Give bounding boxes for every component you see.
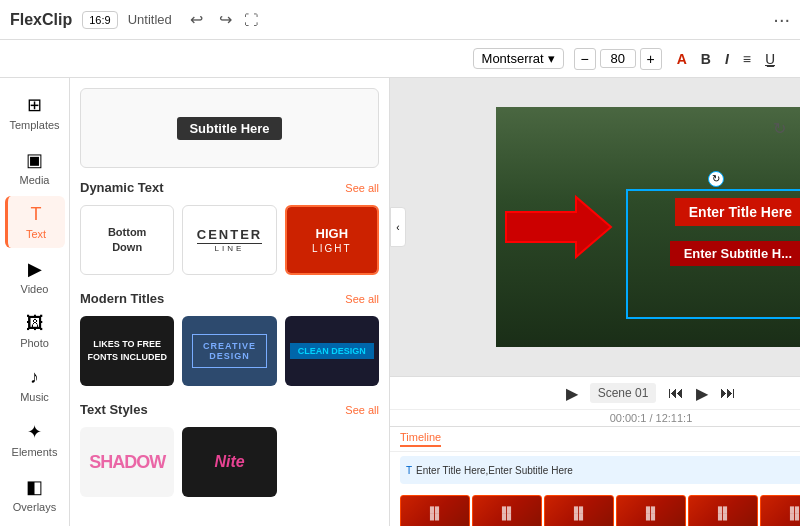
sidebar-label-photo: Photo — [20, 337, 49, 349]
video-segment-5[interactable]: ▉▉▉▉ — [688, 495, 758, 526]
video-segment-6[interactable]: ▉▉▉▉ — [760, 495, 800, 526]
highlight-card[interactable]: HIGH LIGHT — [285, 205, 379, 275]
top-bar: FlexClip 16:9 Untitled ↩ ↪ ⛶ ··· — [0, 0, 800, 40]
fullscreen-button[interactable]: ⛶ — [244, 8, 258, 31]
text-panel: Subtitle Here Dynamic Text See all Botto… — [70, 78, 390, 526]
style-card-neon[interactable]: Nite — [182, 427, 276, 497]
photo-icon: 🖼 — [26, 313, 44, 334]
sidebar-item-music[interactable]: ♪ Music — [5, 359, 65, 411]
modern-card-clean[interactable]: CLEAN DESIGN — [285, 316, 379, 386]
overlays-icon: ◧ — [26, 476, 43, 498]
sidebar-item-templates[interactable]: ⊞ Templates — [5, 86, 65, 139]
highlight-light: LIGHT — [312, 243, 351, 254]
center-sub: LINE — [197, 243, 262, 253]
bottom-down-card[interactable]: BottomDown — [80, 205, 174, 275]
elements-icon: ✦ — [27, 421, 42, 443]
modern-titles-see-all[interactable]: See all — [345, 293, 379, 305]
modern-titles-header: Modern Titles See all — [80, 291, 379, 306]
project-name: Untitled — [128, 12, 172, 27]
collapse-panel-button[interactable]: ‹ — [390, 207, 406, 247]
left-sidebar: ⊞ Templates ▣ Media T Text ▶ Video 🖼 Pho… — [0, 78, 70, 526]
canvas-subtitle-text[interactable]: Enter Subtitle H... — [670, 241, 800, 266]
text-styles-see-all[interactable]: See all — [345, 404, 379, 416]
video-segment-2[interactable]: ▉▉▉▉ — [472, 495, 542, 526]
canvas-container: ‹ ↻ ↻ Enter Title Here Enter Subtitle — [390, 78, 800, 376]
logo: FlexClip — [10, 11, 72, 29]
timeline-tab[interactable]: Timeline — [400, 431, 441, 447]
text-toolbar: Montserrat ▾ − + A B I ≡ U̲ — [0, 40, 800, 78]
neon-text: Nite — [214, 453, 244, 471]
sidebar-item-text[interactable]: T Text — [5, 196, 65, 248]
sidebar-item-photo[interactable]: 🖼 Photo — [5, 305, 65, 357]
text-styles-header: Text Styles See all — [80, 402, 379, 417]
dynamic-text-header: Dynamic Text See all — [80, 180, 379, 195]
modern-card-2-text: CREATIVEDESIGN — [203, 341, 256, 361]
play-button[interactable]: ▶ — [566, 384, 578, 403]
subtitle-preview-card[interactable]: Subtitle Here — [80, 88, 379, 168]
video-segment-4[interactable]: ▉▉▉▉ — [616, 495, 686, 526]
video-segment-1[interactable]: ▉▉▉▉ — [400, 495, 470, 526]
font-size-decrease-button[interactable]: − — [574, 48, 596, 70]
svg-marker-0 — [506, 197, 611, 257]
arrow-overlay — [496, 192, 616, 262]
sidebar-item-media[interactable]: ▣ Media — [5, 141, 65, 194]
font-size-input[interactable] — [600, 49, 636, 68]
modern-card-2-inner: CREATIVEDESIGN — [192, 334, 267, 368]
refresh-icon[interactable]: ↻ — [773, 119, 786, 138]
modern-card-likes[interactable]: LIKES TO FREEFONTS INCLUDED — [80, 316, 174, 386]
font-name: Montserrat — [482, 51, 544, 66]
sidebar-item-elements[interactable]: ✦ Elements — [5, 413, 65, 466]
sidebar-label-media: Media — [20, 174, 50, 186]
timeline-area: Timeline T Enter Title Here,Enter Subtit… — [390, 426, 800, 526]
center-main: CENTER — [197, 227, 262, 242]
time-display: 00:00:1 / 12:11:1 — [390, 409, 800, 426]
text-style-cards: SHADOW Nite — [80, 427, 379, 497]
dynamic-text-title: Dynamic Text — [80, 180, 164, 195]
dynamic-text-section: Dynamic Text See all BottomDown CENTER L… — [80, 180, 379, 275]
sidebar-item-overlays[interactable]: ◧ Overlays — [5, 468, 65, 521]
bottom-down-text: BottomDown — [108, 225, 147, 256]
font-selector[interactable]: Montserrat ▾ — [473, 48, 564, 69]
timeline-header: Timeline — [390, 427, 800, 452]
media-icon: ▣ — [26, 149, 43, 171]
video-segments-row: ▉▉▉▉ ▉▉▉▉ ▉▉▉▉ ▉▉▉▉ ▉▉▉▉ ▉▉▉▉ 🌄 — [390, 491, 800, 526]
text-styles-section: Text Styles See all SHADOW Nite — [80, 402, 379, 497]
underline-button[interactable]: U̲ — [760, 49, 780, 69]
sidebar-label-elements: Elements — [12, 446, 58, 458]
skip-back-button[interactable]: ⏮ — [668, 384, 684, 402]
text-styles-title: Text Styles — [80, 402, 148, 417]
undo-button[interactable]: ↩ — [186, 8, 207, 31]
more-button[interactable]: ··· — [773, 8, 790, 31]
modern-card-1-text: LIKES TO FREEFONTS INCLUDED — [87, 338, 167, 365]
bold-button[interactable]: B — [696, 49, 716, 69]
modern-card-3-text: CLEAN DESIGN — [290, 343, 374, 359]
aspect-ratio-button[interactable]: 16:9 — [82, 11, 117, 29]
sidebar-item-video[interactable]: ▶ Video — [5, 250, 65, 303]
scene-controls: ▶ Scene 01 ⏮ ▶ ⏭ — [390, 376, 800, 409]
chevron-down-icon: ▾ — [548, 51, 555, 66]
video-segment-3[interactable]: ▉▉▉▉ — [544, 495, 614, 526]
subtitle-preview-text: Subtitle Here — [177, 117, 281, 140]
sidebar-label-overlays: Overlays — [13, 501, 56, 513]
italic-button[interactable]: I — [720, 49, 734, 69]
sidebar-label-templates: Templates — [9, 119, 59, 131]
align-button[interactable]: ≡ — [738, 49, 756, 69]
dynamic-text-see-all[interactable]: See all — [345, 182, 379, 194]
shadow-text: SHADOW — [89, 452, 165, 473]
center-card[interactable]: CENTER LINE — [182, 205, 276, 275]
font-size-control: − + — [574, 48, 662, 70]
redo-button[interactable]: ↪ — [215, 8, 236, 31]
logo-flex: Flex — [10, 11, 42, 28]
text-color-button[interactable]: A — [672, 49, 692, 69]
canvas-title-text[interactable]: Enter Title Here — [675, 198, 800, 226]
highlight-text: HIGH LIGHT — [287, 207, 377, 273]
modern-card-creative[interactable]: CREATIVEDESIGN — [182, 316, 276, 386]
font-size-increase-button[interactable]: + — [640, 48, 662, 70]
skip-forward-button[interactable]: ⏭ — [720, 384, 736, 402]
scene-label: Scene 01 — [590, 383, 657, 403]
video-canvas[interactable]: ↻ ↻ Enter Title Here Enter Subtitle H... — [496, 107, 800, 347]
play-pause-button[interactable]: ▶ — [696, 384, 708, 403]
timeline-track-area: T Enter Title Here,Enter Subtitle Here — [390, 452, 800, 491]
text-format-buttons: A B I ≡ U̲ — [672, 49, 780, 69]
style-card-shadow[interactable]: SHADOW — [80, 427, 174, 497]
